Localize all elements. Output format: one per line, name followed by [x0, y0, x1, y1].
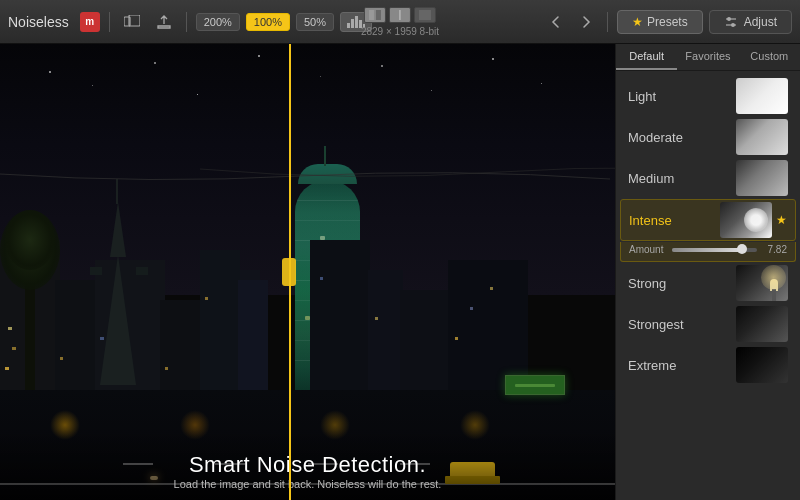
- preset-strongest[interactable]: Strongest: [620, 304, 796, 344]
- view-split-left[interactable]: [364, 7, 386, 23]
- preset-thumb-light: [736, 78, 788, 114]
- preset-thumb-strong: [736, 265, 788, 301]
- presets-tab[interactable]: ★ Presets: [617, 10, 703, 34]
- sep-1: [109, 12, 110, 32]
- mid-buildings: [200, 220, 615, 400]
- preset-thumb-intense: [720, 202, 772, 238]
- presets-list: Light Moderate Medium I: [616, 71, 800, 500]
- forward-button[interactable]: [574, 12, 598, 32]
- svg-rect-2: [347, 23, 350, 28]
- app-title: Noiseless: [8, 14, 69, 30]
- open-button[interactable]: [119, 12, 145, 32]
- preset-star-intense: ★: [776, 213, 787, 227]
- tab-custom[interactable]: Custom: [739, 44, 800, 70]
- svg-rect-7: [369, 10, 374, 20]
- transamerica-pyramid: [100, 255, 136, 385]
- image-area[interactable]: Smart Noise Detection. Load the image an…: [0, 44, 615, 500]
- green-sign: [505, 375, 565, 395]
- zoom-100-button[interactable]: 100%: [246, 13, 290, 31]
- preset-thumb-medium: [736, 160, 788, 196]
- caption-title: Smart Noise Detection.: [189, 452, 426, 478]
- toolbar: Noiseless m 200% 100% 50%: [0, 0, 800, 44]
- amount-slider[interactable]: [672, 248, 757, 252]
- sep-2: [186, 12, 187, 32]
- app-icon: m: [80, 12, 100, 32]
- preset-thumb-strongest: [736, 306, 788, 342]
- amount-row: Amount 7.82: [620, 242, 796, 262]
- view-split-both[interactable]: [389, 7, 411, 23]
- export-button[interactable]: [151, 12, 177, 32]
- svg-point-13: [727, 17, 731, 21]
- adjust-tab[interactable]: Adjust: [709, 10, 792, 34]
- svg-point-15: [731, 23, 735, 27]
- right-panel: Default Favorites Custom Light Moderate: [615, 44, 800, 500]
- zoom-200-button[interactable]: 200%: [196, 13, 240, 31]
- svg-rect-3: [351, 19, 354, 28]
- star-icon: ★: [632, 15, 643, 29]
- panel-tabs: Default Favorites Custom: [616, 44, 800, 71]
- back-button[interactable]: [544, 12, 568, 32]
- tab-default[interactable]: Default: [616, 44, 677, 70]
- preset-extreme[interactable]: Extreme: [620, 345, 796, 385]
- amount-thumb: [737, 244, 747, 254]
- caption-overlay: Smart Noise Detection. Load the image an…: [0, 430, 615, 500]
- preset-moderate[interactable]: Moderate: [620, 117, 796, 157]
- toolbar-right: ★ Presets Adjust: [544, 10, 792, 34]
- tab-favorites[interactable]: Favorites: [677, 44, 738, 70]
- sep-3: [607, 12, 608, 32]
- split-handle[interactable]: [282, 258, 296, 286]
- preset-light[interactable]: Light: [620, 76, 796, 116]
- svg-rect-4: [355, 16, 358, 28]
- caption-subtitle: Load the image and sit back. Noiseless w…: [174, 478, 442, 490]
- view-toggles: [364, 7, 436, 23]
- preset-strong[interactable]: Strong: [620, 263, 796, 303]
- zoom-50-button[interactable]: 50%: [296, 13, 334, 31]
- preset-medium[interactable]: Medium: [620, 158, 796, 198]
- svg-rect-8: [376, 10, 381, 20]
- svg-rect-1: [129, 15, 140, 26]
- preset-thumb-extreme: [736, 347, 788, 383]
- amount-fill: [672, 248, 742, 252]
- view-single[interactable]: [414, 7, 436, 23]
- image-info: 2829 × 1959 8-bit: [361, 26, 439, 37]
- app-title-group: Noiseless m: [8, 12, 100, 32]
- tree-left: [0, 240, 60, 390]
- svg-rect-11: [419, 10, 431, 20]
- main-area: Smart Noise Detection. Load the image an…: [0, 44, 800, 500]
- preset-thumb-moderate: [736, 119, 788, 155]
- preset-intense[interactable]: Intense ★: [620, 199, 796, 241]
- toolbar-center: 2829 × 1959 8-bit: [361, 7, 439, 37]
